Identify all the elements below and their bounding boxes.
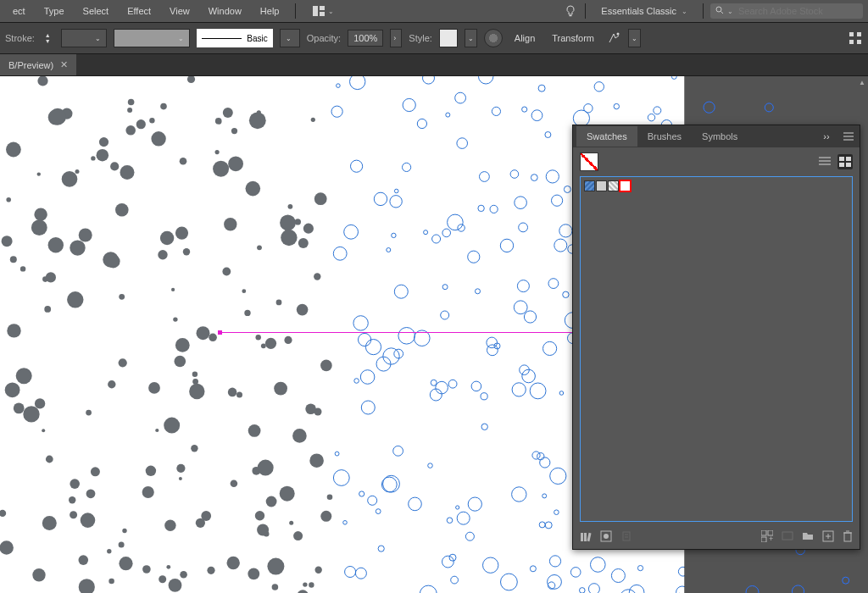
svg-point-100 bbox=[183, 248, 190, 255]
svg-point-257 bbox=[49, 108, 66, 125]
svg-point-40 bbox=[353, 316, 368, 330]
new-folder-group-button[interactable] bbox=[782, 530, 793, 544]
menu-select[interactable]: Select bbox=[75, 3, 117, 19]
menu-view[interactable]: View bbox=[162, 3, 198, 19]
svg-point-122 bbox=[420, 585, 437, 593]
svg-point-345 bbox=[611, 569, 625, 583]
svg-point-214 bbox=[151, 131, 165, 146]
search-adobe-stock[interactable]: ⌄ bbox=[710, 3, 863, 19]
svg-point-283 bbox=[309, 582, 314, 587]
document-tab[interactable]: B/Preview) ✕ bbox=[0, 54, 76, 75]
panel-menu-button[interactable] bbox=[841, 129, 856, 144]
svg-point-243 bbox=[409, 497, 422, 511]
swatch-thumb[interactable] bbox=[584, 180, 595, 191]
swatch-libraries-button[interactable] bbox=[580, 530, 592, 544]
svg-point-56 bbox=[594, 82, 604, 91]
folder-button[interactable] bbox=[802, 530, 814, 544]
svg-point-218 bbox=[175, 356, 186, 368]
svg-point-152 bbox=[115, 203, 129, 217]
chevron-down-icon: ⌄ bbox=[95, 35, 101, 42]
arrange-documents-button[interactable]: ⌄ bbox=[313, 6, 334, 16]
svg-point-314 bbox=[381, 477, 397, 492]
scroll-up-icon[interactable]: ▲ bbox=[858, 78, 866, 86]
collapse-panel-button[interactable]: ›› bbox=[819, 129, 834, 144]
swatch-thumb[interactable] bbox=[608, 180, 619, 191]
document-tab-label: B/Preview) bbox=[8, 60, 53, 70]
svg-point-220 bbox=[522, 107, 527, 112]
variable-width-profile-dropdown[interactable]: ⌄ bbox=[114, 29, 190, 47]
anchor-point[interactable] bbox=[218, 330, 222, 335]
menu-effect[interactable]: Effect bbox=[120, 3, 159, 19]
close-tab-button[interactable]: ✕ bbox=[60, 59, 68, 70]
svg-point-211 bbox=[35, 398, 45, 408]
lightbulb-icon[interactable] bbox=[563, 3, 578, 19]
opacity-value[interactable]: 100% bbox=[348, 30, 383, 47]
svg-point-288 bbox=[289, 521, 293, 525]
list-view-button[interactable] bbox=[817, 154, 832, 169]
isolate-object-button[interactable] bbox=[606, 30, 621, 46]
svg-point-209 bbox=[175, 227, 188, 240]
svg-point-322 bbox=[46, 272, 56, 282]
brush-definition-dropdown[interactable]: Basic bbox=[197, 29, 273, 47]
tab-brushes[interactable]: Brushes bbox=[637, 126, 692, 147]
stroke-weight-stepper[interactable]: ▲▼ bbox=[42, 32, 54, 44]
swatch-options-button[interactable] bbox=[620, 530, 632, 544]
svg-point-294 bbox=[179, 477, 182, 480]
new-color-group-button[interactable]: + bbox=[761, 530, 773, 544]
menu-type[interactable]: Type bbox=[36, 3, 72, 19]
svg-point-331 bbox=[487, 345, 498, 356]
workspace-switcher[interactable]: Essentials Classic ⌄ bbox=[593, 4, 696, 18]
svg-rect-394 bbox=[584, 533, 587, 541]
svg-point-82 bbox=[288, 204, 293, 209]
menu-object[interactable]: ect bbox=[5, 3, 33, 19]
swatch-thumb[interactable] bbox=[596, 180, 607, 191]
svg-point-128 bbox=[62, 171, 78, 187]
transform-button[interactable]: Transform bbox=[547, 30, 599, 47]
svg-point-139 bbox=[448, 214, 464, 230]
svg-point-328 bbox=[70, 511, 77, 518]
menu-window[interactable]: Window bbox=[201, 3, 249, 19]
svg-point-332 bbox=[510, 170, 519, 179]
svg-point-154 bbox=[215, 118, 222, 125]
delete-swatch-button[interactable] bbox=[843, 530, 853, 544]
graphic-style-swatch[interactable] bbox=[439, 29, 458, 47]
menu-help[interactable]: Help bbox=[253, 3, 287, 19]
tab-symbols[interactable]: Symbols bbox=[692, 126, 748, 147]
svg-point-90 bbox=[0, 510, 6, 517]
svg-point-84 bbox=[223, 108, 233, 118]
new-swatch-button[interactable] bbox=[822, 530, 834, 544]
swatch-grid[interactable] bbox=[580, 176, 853, 522]
none-swatch[interactable] bbox=[580, 152, 598, 171]
selection-path[interactable] bbox=[220, 332, 585, 333]
svg-point-181 bbox=[120, 165, 135, 180]
svg-point-81 bbox=[227, 557, 240, 569]
opacity-caret[interactable]: › bbox=[390, 29, 402, 47]
svg-point-133 bbox=[169, 579, 182, 592]
svg-point-134 bbox=[333, 247, 347, 260]
svg-point-231 bbox=[629, 585, 644, 593]
svg-point-54 bbox=[492, 107, 500, 115]
isolate-caret[interactable]: ⌄ bbox=[628, 29, 641, 47]
recolor-artwork-button[interactable] bbox=[484, 29, 503, 47]
brush-definition-caret[interactable]: ⌄ bbox=[280, 29, 300, 47]
control-bar-collapse-button[interactable] bbox=[848, 30, 863, 46]
swatch-thumb[interactable] bbox=[620, 180, 631, 191]
svg-point-253 bbox=[394, 349, 403, 358]
align-button[interactable]: Align bbox=[509, 30, 540, 47]
svg-point-236 bbox=[303, 582, 307, 586]
svg-rect-2 bbox=[320, 12, 325, 16]
svg-point-339 bbox=[7, 324, 20, 337]
thumbnail-view-button[interactable] bbox=[837, 154, 853, 169]
svg-point-78 bbox=[390, 196, 402, 208]
show-swatch-kinds-button[interactable] bbox=[600, 530, 612, 544]
stroke-preview-line bbox=[202, 38, 242, 39]
svg-point-330 bbox=[365, 340, 381, 355]
stroke-weight-dropdown[interactable]: ⌄ bbox=[61, 29, 107, 47]
tab-swatches[interactable]: Swatches bbox=[576, 126, 637, 147]
svg-rect-391 bbox=[839, 163, 844, 167]
search-input[interactable] bbox=[737, 5, 858, 17]
svg-point-50 bbox=[266, 496, 277, 507]
svg-point-121 bbox=[127, 108, 132, 113]
opacity-label: Opacity: bbox=[307, 33, 341, 43]
graphic-style-caret[interactable]: ⌄ bbox=[465, 29, 477, 47]
